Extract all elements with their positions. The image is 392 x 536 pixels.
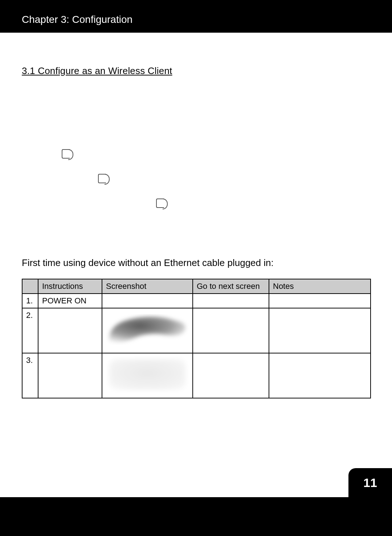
- th-num: [22, 279, 38, 294]
- cell-go-next: [193, 353, 269, 398]
- table-row: 3.: [22, 353, 371, 398]
- page-body: 3.1 Configure as an Wireless Client Firs…: [0, 33, 392, 497]
- svg-rect-0: [110, 359, 185, 390]
- cell-instructions: [38, 308, 102, 353]
- intro-text: First time using device without an Ether…: [22, 257, 370, 269]
- th-screenshot: Screenshot: [102, 279, 193, 294]
- section-heading: 3.1 Configure as an Wireless Client: [22, 65, 370, 77]
- cell-notes: [269, 294, 371, 308]
- cell-go-next: [193, 294, 269, 308]
- cell-screenshot: [102, 308, 193, 353]
- cell-instructions: POWER ON: [38, 294, 102, 308]
- cell-num: 1.: [22, 294, 38, 308]
- table-row: 2.: [22, 308, 371, 353]
- table-header-row: Instructions Screenshot Go to next scree…: [22, 279, 371, 294]
- diagram-shape-2: [98, 174, 106, 183]
- th-go-next: Go to next screen: [193, 279, 269, 294]
- cell-notes: [269, 308, 371, 353]
- th-instructions: Instructions: [38, 279, 102, 294]
- cell-screenshot: [102, 353, 193, 398]
- table-row: 1. POWER ON: [22, 294, 371, 308]
- cell-num: 2.: [22, 308, 38, 353]
- cell-num: 3.: [22, 353, 38, 398]
- cell-notes: [269, 353, 371, 398]
- instructions-table: Instructions Screenshot Go to next scree…: [22, 279, 371, 398]
- th-notes: Notes: [269, 279, 371, 294]
- diagram-shape-1: [62, 149, 70, 159]
- page-number: 11: [348, 468, 392, 497]
- screenshot-placeholder-icon: [106, 356, 189, 393]
- chapter-title: Chapter 3: Configuration: [22, 14, 132, 25]
- chapter-header: Chapter 3: Configuration: [0, 0, 392, 33]
- cell-screenshot: [102, 294, 193, 308]
- screenshot-placeholder-icon: [106, 311, 189, 348]
- cell-go-next: [193, 308, 269, 353]
- page-number-value: 11: [363, 476, 377, 490]
- diagram-area: [22, 84, 370, 254]
- diagram-shape-3: [156, 199, 164, 208]
- cell-instructions: [38, 353, 102, 398]
